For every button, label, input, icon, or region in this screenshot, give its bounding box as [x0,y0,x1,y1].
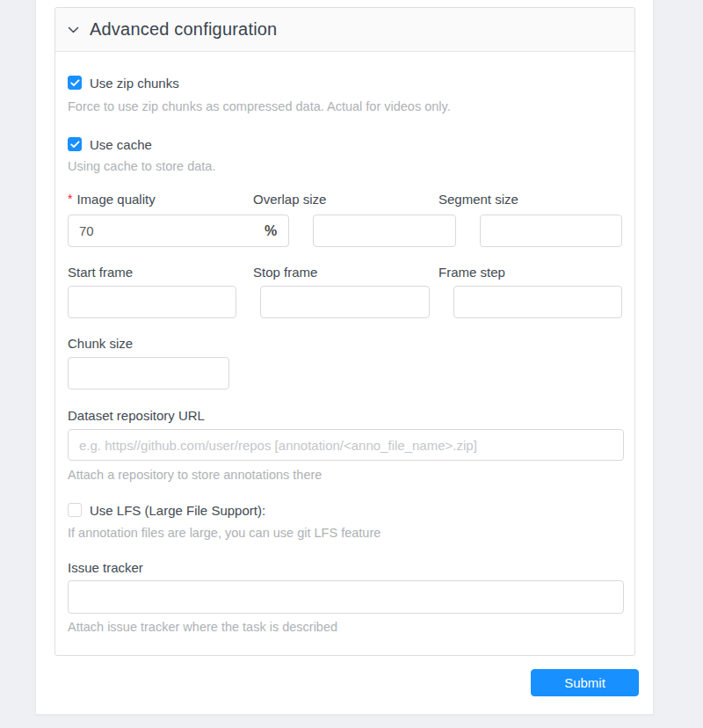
required-mark: * [68,192,72,206]
cache-label[interactable]: Use cache [90,137,152,152]
stop-frame-label: Stop frame [253,263,415,280]
cache-row: Use cache [68,135,622,154]
page: Advanced configuration Use zip chunks Fo… [0,0,703,728]
lfs-help: If annotation files are large, you can u… [68,524,622,542]
segment-size-input[interactable] [480,215,622,247]
inputs-row-1: % [68,215,622,247]
panel-body: Use zip chunks Force to use zip chunks a… [55,52,634,636]
chevron-down-icon [68,26,79,34]
start-frame-label: Start frame [68,263,229,280]
cache-help: Using cache to store data. [68,157,622,175]
lfs-row: Use LFS (Large File Support): [68,500,622,520]
image-quality-input-wrap: % [68,215,289,247]
create-task-card: Advanced configuration Use zip chunks Fo… [35,0,654,715]
inputs-row-2 [68,286,622,318]
panel-title: Advanced configuration [90,19,277,40]
segment-size-label: Segment size [438,190,600,207]
issue-tracker-input[interactable] [68,580,624,614]
zip-chunks-row: Use zip chunks [68,73,622,92]
chunk-size-label: Chunk size [68,334,622,352]
image-quality-label: * Image quality [68,190,229,207]
image-quality-input[interactable] [69,223,265,238]
stop-frame-input[interactable] [260,286,429,318]
chunk-size-input[interactable] [68,357,229,389]
issue-tracker-help: Attach issue tracker where the task is d… [68,618,622,636]
lfs-label[interactable]: Use LFS (Large File Support): [90,503,265,518]
advanced-configuration-header[interactable]: Advanced configuration [55,8,634,52]
dataset-repository-help: Attach a repository to store annotations… [68,466,622,484]
zip-chunks-label[interactable]: Use zip chunks [90,76,179,91]
frame-step-input[interactable] [453,286,622,318]
overlap-size-input[interactable] [313,215,455,247]
issue-tracker-label: Issue tracker [68,558,622,576]
lfs-checkbox[interactable] [68,503,82,517]
zip-chunks-help: Force to use zip chunks as compressed da… [68,98,622,115]
overlap-size-label: Overlap size [253,190,415,207]
start-frame-input[interactable] [68,286,236,318]
dataset-repository-input[interactable] [68,429,624,461]
frame-step-label: Frame step [438,263,600,280]
zip-chunks-checkbox[interactable] [68,76,82,90]
percent-suffix: % [265,223,288,239]
submit-button[interactable]: Submit [531,669,639,696]
labels-row-1: * Image quality Overlap size Segment siz… [68,190,622,207]
dataset-repository-label: Dataset repository URL [68,406,622,424]
advanced-configuration-panel: Advanced configuration Use zip chunks Fo… [54,7,635,656]
cache-checkbox[interactable] [68,137,82,151]
labels-row-2: Start frame Stop frame Frame step [68,263,622,280]
